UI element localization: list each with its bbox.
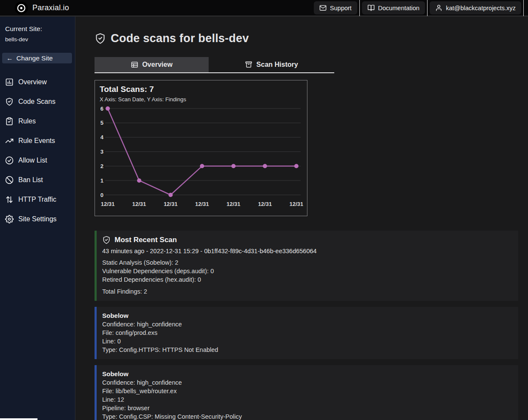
chart-subtitle: X Axis: Scan Date, Y Axis: Findings [100,96,302,103]
finding-type: Type: Config.CSP: Missing Content-Securi… [102,412,512,420]
svg-text:3: 3 [100,149,103,155]
sidebar-item-label: Allow List [18,157,47,164]
sidebar-item-label: Site Settings [18,215,57,223]
sidebar-item-rule-events[interactable]: Rule Events [5,137,70,145]
sidebar-nav: Overview Code Scans Rules Rule Events [5,78,70,223]
shield-check-icon [5,97,14,106]
svg-text:12/31: 12/31 [195,201,209,207]
svg-text:12/31: 12/31 [132,201,146,207]
finding-type: Type: Config.HTTPS: HTTPS Not Enabled [102,346,512,354]
arrows-up-down-icon [5,195,14,204]
sidebar-item-allow-list[interactable]: Allow List [5,156,70,165]
finding-line-number: Line: 0 [102,337,512,346]
svg-text:12/31: 12/31 [227,201,241,207]
paraxial-logo-icon [14,1,28,15]
tab-scan-history-label: Scan History [256,61,298,69]
finding-card: Sobelow Confidence: high_confidence File… [95,365,518,420]
change-site-label: Change Site [17,54,53,62]
stat-retired-deps: Retired Dependencies (hex.audit): 0 [102,275,512,284]
svg-text:6: 6 [100,106,103,112]
trending-up-icon [5,137,14,145]
sidebar: Current Site: bells-dev ← Change Site Ov… [0,17,75,420]
current-site-name: bells-dev [5,36,70,43]
check-circle-icon [5,156,14,165]
shield-check-icon [95,33,106,44]
documentation-button[interactable]: Documentation [362,1,425,14]
svg-text:12/31: 12/31 [290,201,303,207]
svg-text:2: 2 [100,163,103,169]
support-label: Support [330,5,352,11]
archive-tray-icon [245,61,253,69]
sidebar-item-label: Code Scans [18,98,55,106]
ban-icon [5,176,14,184]
sidebar-item-overview[interactable]: Overview [5,78,70,86]
tab-scan-history[interactable]: Scan History [209,57,334,72]
topbar-actions: Support Documentation kat@blackcatprojec… [314,0,528,16]
user-email: kat@blackcatprojects.xyz [446,5,516,11]
most-recent-scan-title: Most Recent Scan [115,236,177,244]
left-arrow-icon: ← [6,54,13,62]
sidebar-item-label: Rule Events [18,137,55,145]
finding-line-number: Line: 12 [102,395,512,404]
sidebar-item-label: HTTP Traffic [18,196,56,203]
sidebar-item-label: Ban List [18,176,43,184]
svg-text:12/31: 12/31 [101,201,115,207]
stat-vulnerable-deps: Vulnerable Dependencies (deps.audit): 0 [102,267,512,275]
chart-title: Total Scans: 7 [100,85,302,94]
support-button[interactable]: Support [314,1,357,14]
finding-pipeline: Pipeline: browser [102,404,512,412]
tab-overview-label: Overview [142,61,172,69]
scan-chart: 012345612/3112/3112/3112/3112/3112/3112/… [100,104,303,211]
most-recent-scan-card: Most Recent Scan 43 minutes ago - 2022-1… [95,231,518,301]
bar-chart-icon [5,78,14,86]
finding-file: File: lib/bells_web/router.ex [102,387,512,395]
tab-overview[interactable]: Overview [95,57,209,72]
svg-text:1: 1 [100,177,103,184]
stat-static-analysis: Static Analysis (Sobelow): 2 [102,258,512,267]
svg-text:5: 5 [100,120,103,126]
total-findings: Total Findings: 2 [102,287,512,296]
tab-bar: Overview Scan History [95,57,334,73]
page-title: Code scans for bells-dev [111,32,249,45]
sidebar-item-label: Overview [18,78,47,86]
book-open-icon [367,4,375,11]
user-icon [435,4,442,11]
documentation-label: Documentation [378,5,420,11]
current-site-label: Current Site: [5,25,70,33]
finding-confidence: Confidence: high_confidence [102,378,512,387]
horizontal-scrollbar-thumb[interactable] [0,418,37,420]
topbar-divider [427,0,428,16]
page-header: Code scans for bells-dev [95,32,518,45]
sidebar-item-label: Rules [18,117,36,125]
svg-text:12/31: 12/31 [164,201,178,207]
topbar: Paraxial.io Support Documentation kat@bl… [0,0,528,16]
table-icon [131,61,138,69]
brand-name: Paraxial.io [32,3,69,12]
user-account-button[interactable]: kat@blackcatprojects.xyz [430,1,521,14]
gear-icon [5,215,14,223]
brand: Paraxial.io [14,1,69,15]
scan-meta: 43 minutes ago - 2022-12-31 15:29 - 0b1f… [102,248,512,254]
sidebar-item-http-traffic[interactable]: HTTP Traffic [5,195,70,204]
sidebar-item-code-scans[interactable]: Code Scans [5,97,70,106]
finding-confidence: Confidence: high_confidence [102,320,512,329]
svg-text:4: 4 [100,134,104,140]
finding-source: Sobelow [102,311,512,320]
svg-text:0: 0 [100,192,103,198]
mail-icon [319,4,327,11]
finding-source: Sobelow [102,370,512,378]
topbar-divider [359,0,360,16]
sidebar-item-ban-list[interactable]: Ban List [5,176,70,184]
shield-check-icon [102,236,111,244]
clipboard-check-icon [5,117,14,126]
total-scans-chart-card: Total Scans: 7 X Axis: Scan Date, Y Axis… [95,80,307,216]
sidebar-item-rules[interactable]: Rules [5,117,70,126]
finding-card: Sobelow Confidence: high_confidence File… [95,307,518,359]
topbar-divider [523,0,524,16]
sidebar-item-site-settings[interactable]: Site Settings [5,215,70,223]
main-content: Code scans for bells-dev Overview Scan H… [76,17,528,420]
finding-file: File: config/prod.exs [102,329,512,337]
change-site-button[interactable]: ← Change Site [2,53,72,63]
svg-text:12/31: 12/31 [258,201,272,207]
